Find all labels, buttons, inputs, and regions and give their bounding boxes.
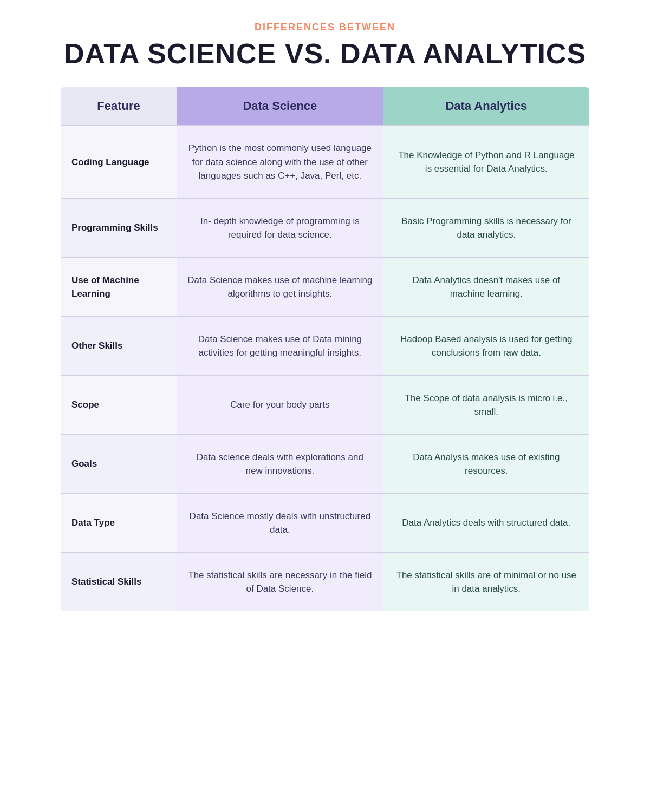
table-row: Programming SkillsIn- depth knowledge of… [60,199,590,258]
cell-ds: Data Science mostly deals with unstructu… [177,494,383,553]
cell-ds: In- depth knowledge of programming is re… [177,199,383,258]
cell-da: Data Analysis makes use of existing reso… [384,435,590,494]
cell-da: The Knowledge of Python and R Language i… [384,126,590,199]
table-row: GoalsData science deals with exploration… [60,435,590,494]
cell-feature: Coding Language [60,126,177,199]
cell-feature: Scope [60,376,177,435]
cell-ds: Data science deals with explorations and… [177,435,383,494]
cell-da: The Scope of data analysis is micro i.e.… [384,376,590,435]
cell-da: Basic Programming skills is necessary fo… [384,199,590,258]
page-container: DIFFERENCES BETWEEN DATA SCIENCE VS. DAT… [60,22,590,612]
cell-da: Data Analytics doesn't makes use of mach… [384,258,590,317]
cell-ds: Python is the most commonly used languag… [177,126,383,199]
col-header-feature: Feature [60,87,177,126]
table-row: Other SkillsData Science makes use of Da… [60,317,590,376]
comparison-table: Feature Data Science Data Analytics Codi… [60,86,590,612]
col-header-da: Data Analytics [384,87,590,126]
cell-feature: Programming Skills [60,199,177,258]
cell-da: Data Analytics deals with structured dat… [384,494,590,553]
main-title: DATA SCIENCE VS. DATA ANALYTICS [60,37,590,70]
cell-ds: Data Science makes use of machine learni… [177,258,383,317]
col-header-ds: Data Science [177,87,383,126]
table-row: ScopeCare for your body partsThe Scope o… [60,376,590,435]
table-row: Statistical SkillsThe statistical skills… [60,553,590,612]
table-row: Coding LanguagePython is the most common… [60,126,590,199]
cell-ds: The statistical skills are necessary in … [177,553,383,612]
cell-feature: Use of Machine Learning [60,258,177,317]
table-row: Data TypeData Science mostly deals with … [60,494,590,553]
subtitle: DIFFERENCES BETWEEN [60,22,590,33]
cell-feature: Statistical Skills [60,553,177,612]
table-header-row: Feature Data Science Data Analytics [60,87,590,126]
cell-feature: Other Skills [60,317,177,376]
cell-da: Hadoop Based analysis is used for gettin… [384,317,590,376]
cell-feature: Goals [60,435,177,494]
title-section: DIFFERENCES BETWEEN DATA SCIENCE VS. DAT… [60,22,590,70]
table-row: Use of Machine LearningData Science make… [60,258,590,317]
cell-ds: Care for your body parts [177,376,383,435]
cell-feature: Data Type [60,494,177,553]
cell-da: The statistical skills are of minimal or… [384,553,590,612]
cell-ds: Data Science makes use of Data mining ac… [177,317,383,376]
